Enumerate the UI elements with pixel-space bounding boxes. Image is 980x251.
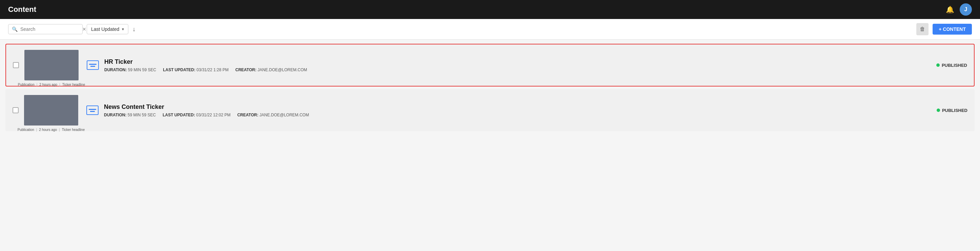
creator: CREATOR: JANE.DOE@LOREM.COM <box>237 113 309 117</box>
delete-button[interactable]: 🗑 <box>916 23 929 35</box>
content-info: HR Ticker DURATION: 59 MIN 59 SEC LAST U… <box>104 58 931 72</box>
clear-search-icon[interactable]: ✕ <box>82 26 86 32</box>
trash-icon: 🗑 <box>920 26 925 32</box>
pub-label: Publication <box>18 128 34 132</box>
sort-dropdown[interactable]: Last Updated ▾ <box>87 24 128 34</box>
content-title: HR Ticker <box>104 58 931 66</box>
add-content-button[interactable]: + CONTENT <box>932 24 972 35</box>
item-thumbnail: Publication | 2 hours ago | Ticker headl… <box>24 50 79 80</box>
sort-label: Last Updated <box>91 26 119 32</box>
pub-label: Publication <box>18 83 35 86</box>
status-badge: PUBLISHED <box>937 108 967 113</box>
creator: CREATOR: JANE.DOE@LOREM.COM <box>235 67 307 72</box>
time-label: 2 hours ago <box>39 83 57 86</box>
toolbar: 🔍 ✕ Last Updated ▾ ↓ 🗑 + CONTENT <box>0 19 980 40</box>
status-dot <box>937 109 940 112</box>
content-meta: DURATION: 59 MIN 59 SEC LAST UPDATED: 03… <box>104 67 931 72</box>
item-checkbox[interactable] <box>13 107 19 113</box>
content-info: News Content Ticker DURATION: 59 MIN 59 … <box>104 104 931 117</box>
status-label: PUBLISHED <box>942 63 967 68</box>
last-updated: LAST UPDATED: 03/31/22 1:28 PM <box>163 67 229 72</box>
header-actions: 🔔 J <box>946 3 972 16</box>
sort-direction-icon[interactable]: ↓ <box>132 26 135 33</box>
list-item[interactable]: Publication | 2 hours ago | Ticker headl… <box>5 44 975 86</box>
thumbnail-labels: Publication | 2 hours ago | Ticker headl… <box>24 83 79 86</box>
page-title: Content <box>8 5 36 14</box>
thumbnail-labels: Publication | 2 hours ago | Ticker headl… <box>24 128 78 132</box>
item-checkbox[interactable] <box>13 62 19 68</box>
notifications-icon[interactable]: 🔔 <box>946 5 954 14</box>
content-type-icon <box>86 106 99 115</box>
search-input[interactable] <box>20 26 80 32</box>
status-badge: PUBLISHED <box>936 63 967 68</box>
type-label: Ticker headline <box>62 128 85 132</box>
content-list: Publication | 2 hours ago | Ticker headl… <box>0 40 980 135</box>
duration: DURATION: 59 MIN 59 SEC <box>104 67 156 72</box>
list-item[interactable]: Publication | 2 hours ago | Ticker headl… <box>5 89 975 131</box>
duration: DURATION: 59 MIN 59 SEC <box>104 113 156 117</box>
chevron-down-icon: ▾ <box>122 27 124 32</box>
search-box: 🔍 ✕ <box>8 24 83 34</box>
search-icon: 🔍 <box>12 26 18 32</box>
user-avatar[interactable]: J <box>960 3 972 16</box>
content-meta: DURATION: 59 MIN 59 SEC LAST UPDATED: 03… <box>104 113 931 117</box>
status-label: PUBLISHED <box>942 108 967 113</box>
status-dot <box>936 64 940 67</box>
content-title: News Content Ticker <box>104 104 931 110</box>
time-label: 2 hours ago <box>39 128 57 132</box>
last-updated: LAST UPDATED: 03/31/22 12:02 PM <box>162 113 231 117</box>
type-label: Ticker headline <box>62 83 85 86</box>
app-header: Content 🔔 J <box>0 0 980 19</box>
item-thumbnail: Publication | 2 hours ago | Ticker headl… <box>24 95 78 126</box>
content-type-icon <box>87 61 99 70</box>
